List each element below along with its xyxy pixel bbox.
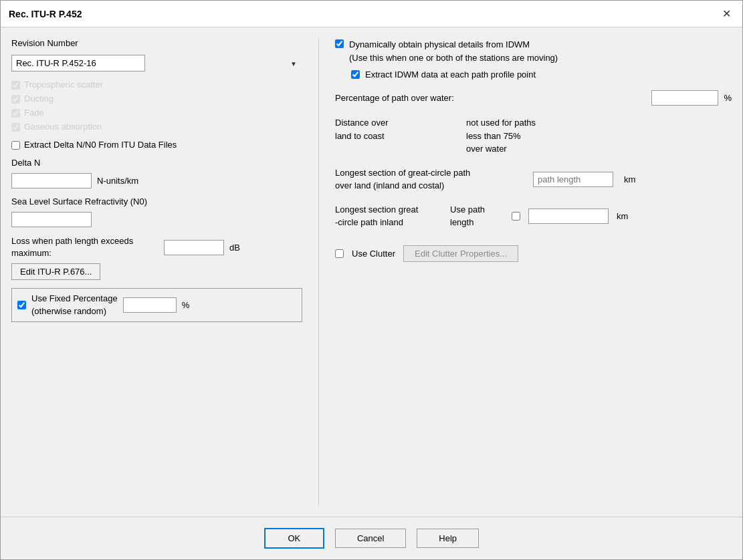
idwm-label: Dynamically obtain physical details from… [349, 38, 558, 64]
tropospheric-label: Tropospheric scatter [24, 80, 103, 90]
use-clutter-label: Use Clutter [352, 249, 395, 259]
extract-delta-checkbox[interactable] [11, 141, 20, 150]
use-fixed-checkbox[interactable] [17, 301, 26, 309]
delta-n-input[interactable]: 70.0 [11, 173, 92, 188]
loss-unit: dB [229, 243, 240, 253]
tropospheric-checkbox [11, 81, 20, 90]
sea-level-section: Sea Level Surface Refractivity (N0) 325.… [11, 196, 302, 227]
gaseous-checkbox [11, 123, 20, 132]
extract-idwm-label: Extract IDWM data at each path profile p… [365, 69, 536, 80]
revision-dropdown-container: Rec. ITU-R P.452-16 ▼ [11, 55, 302, 72]
revision-section: Revision Number Rec. ITU-R P.452-16 ▼ [11, 38, 302, 72]
dialog-body: Revision Number Rec. ITU-R P.452-16 ▼ Tr… [1, 27, 742, 517]
fade-checkbox [11, 109, 20, 118]
sea-level-input[interactable]: 325.0 [11, 212, 92, 227]
inland-label: Longest section great-circle path inland [335, 203, 442, 229]
idwm-section: Dynamically obtain physical details from… [335, 38, 732, 80]
loss-label: Loss when path length exceeds maximum: [11, 235, 158, 259]
fade-row: Fade [11, 108, 302, 118]
path-water-label: Percentage of path over water: [335, 93, 646, 103]
help-button[interactable]: Help [417, 529, 479, 548]
fade-label: Fade [24, 108, 44, 118]
great-circle-section: Longest section of great-circle pathover… [335, 166, 732, 192]
use-fixed-section: Use Fixed Percentage(otherwise random) 5… [11, 288, 302, 321]
loss-field-row: Loss when path length exceeds maximum: 1… [11, 235, 302, 259]
extract-idwm-row: Extract IDWM data at each path profile p… [351, 69, 732, 80]
footer-buttons: OK Cancel Help [1, 517, 742, 559]
idwm-checkbox[interactable] [335, 39, 344, 48]
ducting-label: Ducting [24, 94, 54, 104]
extract-idwm-checkbox[interactable] [351, 70, 360, 79]
title-bar: Rec. ITU-R P.452 ✕ [1, 1, 742, 27]
dialog-window: Rec. ITU-R P.452 ✕ Revision Number Rec. … [0, 0, 743, 560]
delta-n-unit: N-units/km [97, 176, 138, 186]
loss-input[interactable]: 1000.0 [164, 240, 224, 255]
inland-input[interactable]: n/a (see help) [528, 208, 609, 224]
great-circle-label: Longest section of great-circle pathover… [335, 166, 522, 192]
use-fixed-unit: % [182, 300, 190, 310]
revision-label: Revision Number [11, 38, 302, 48]
gaseous-row: Gaseous absorption [11, 122, 302, 132]
ok-button[interactable]: OK [264, 528, 324, 549]
inland-use-path-checkbox[interactable] [512, 212, 520, 221]
edit-clutter-button: Edit Clutter Properties... [403, 245, 518, 262]
loss-section: Loss when path length exceeds maximum: 1… [11, 235, 302, 280]
inland-unit: km [617, 211, 628, 221]
distance-note: not used for pathsless than 75%over wate… [466, 116, 536, 156]
clutter-section: Use Clutter Edit Clutter Properties... [335, 245, 732, 262]
close-button[interactable]: ✕ [718, 6, 734, 22]
extract-delta-label: Extract Delta N/N0 From ITU Data Files [24, 140, 177, 150]
cancel-button[interactable]: Cancel [335, 529, 406, 548]
dialog-title: Rec. ITU-R P.452 [9, 9, 82, 19]
path-water-unit: % [724, 93, 732, 103]
inland-section: Longest section great-circle path inland… [335, 203, 732, 229]
delta-n-label: Delta N [11, 158, 302, 168]
ducting-checkbox [11, 95, 20, 104]
delta-n-field-row: 70.0 N-units/km [11, 173, 302, 188]
path-length-input[interactable] [533, 172, 613, 187]
gaseous-label: Gaseous absorption [24, 122, 102, 132]
use-clutter-checkbox[interactable] [335, 249, 344, 258]
dropdown-arrow-icon: ▼ [290, 59, 297, 67]
delta-n-section: Delta N 70.0 N-units/km [11, 158, 302, 188]
use-fixed-label: Use Fixed Percentage(otherwise random) [31, 293, 118, 317]
tropospheric-row: Tropospheric scatter [11, 80, 302, 90]
idwm-row: Dynamically obtain physical details from… [335, 38, 732, 64]
use-path-label: Use pathlength [450, 203, 504, 229]
right-panel: Dynamically obtain physical details from… [319, 38, 732, 506]
sea-level-label: Sea Level Surface Refractivity (N0) [11, 196, 302, 206]
edit-itu-button[interactable]: Edit ITU-R P.676... [11, 263, 100, 280]
use-fixed-input[interactable]: 50.0 [123, 297, 177, 313]
path-length-unit: km [624, 174, 635, 184]
revision-dropdown[interactable]: Rec. ITU-R P.452-16 [11, 55, 145, 72]
ducting-row: Ducting [11, 94, 302, 104]
extract-delta-row[interactable]: Extract Delta N/N0 From ITU Data Files [11, 140, 302, 150]
path-water-input[interactable]: 0.0 [651, 90, 718, 106]
distance-section: Distance overland to coast not used for … [335, 116, 732, 156]
path-water-row: Percentage of path over water: 0.0 % [335, 90, 732, 106]
left-panel: Revision Number Rec. ITU-R P.452-16 ▼ Tr… [11, 38, 319, 506]
distance-label: Distance overland to coast [335, 116, 455, 142]
feature-checkboxes: Tropospheric scatter Ducting Fade Gaseou… [11, 80, 302, 132]
sea-level-field-row: 325.0 [11, 212, 302, 227]
